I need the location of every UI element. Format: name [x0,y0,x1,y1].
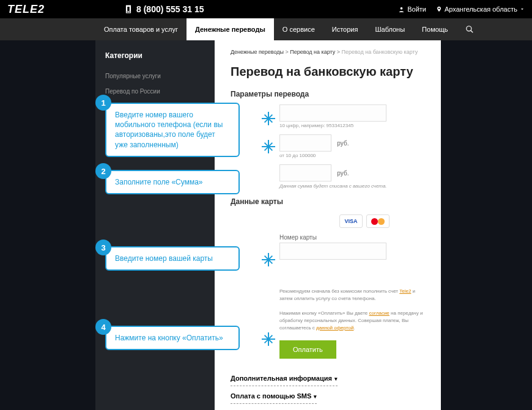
visa-icon: VISA [339,214,363,228]
main-content: Денежные переводы > Перевод на карту > П… [215,40,441,410]
chevron-down-icon: ▾ [314,394,317,400]
nav-tab-help[interactable]: Помощь [413,18,457,40]
step-badge-3: 3 [95,240,111,255]
nav-tab-transfers[interactable]: Денежные переводы [187,18,274,40]
breadcrumb: Денежные переводы > Перевод на карту > П… [231,49,425,55]
step-badge-4: 4 [95,319,111,335]
sidebar: Категории Популярные услуги Перевод по Р… [95,40,215,410]
login-link[interactable]: Войти [398,5,426,13]
section-params: Параметры перевода [231,90,425,98]
search-icon [465,25,474,34]
phone-icon [124,5,133,13]
amount-hint: от 10 до 100000 [279,153,425,158]
sidebar-item-popular[interactable]: Популярные услуги [95,68,215,84]
callout-3: Введите номер вашей карты [105,246,240,271]
breadcrumb-1[interactable]: Денежные переводы [231,49,284,55]
recommendation-text: Рекомендуем сначала без комиссии пополни… [279,288,425,332]
breadcrumb-3: Перевод на банковскую карту [341,49,418,55]
amount-input[interactable] [279,134,331,152]
svg-point-1 [401,7,403,9]
region-selector[interactable]: Архангельская область [436,5,525,13]
logo: TELE2 [7,3,45,16]
sidebar-item-russia[interactable]: Перевод по России [95,84,215,99]
additional-info-toggle[interactable]: Дополнительная информация▾ [231,371,338,386]
fee-unit: руб. [337,170,349,177]
chevron-down-icon [520,7,525,12]
pointer-2 [262,140,275,153]
svg-point-2 [466,26,471,31]
fee-input [279,164,331,181]
pay-button[interactable]: Оплатить [279,340,336,359]
sidebar-title: Категории [95,49,215,68]
mastercard-icon [366,214,390,228]
amount-unit: руб. [337,140,349,147]
user-icon [398,6,405,13]
callout-1: Введите номер вашего мобильного телефона… [105,103,240,157]
nav-tab-templates[interactable]: Шаблоны [366,18,413,40]
chevron-down-icon: ▾ [334,376,338,382]
pointer-4 [262,332,275,346]
page-title: Перевод на банковскую карту [231,65,425,79]
breadcrumb-2[interactable]: Перевод на карту [290,49,335,55]
card-label: Номер карты [279,234,425,241]
step-badge-2: 2 [95,163,111,179]
nav-tab-about[interactable]: О сервисе [274,18,323,40]
phone-input[interactable] [279,104,386,122]
card-number-input[interactable] [279,243,386,260]
pointer-1 [262,112,275,125]
callout-2: Заполните поле «Сумма» [105,170,240,194]
section-card: Данные карты [231,197,425,206]
callout-4: Нажмите на кнопку «Оплатить» [105,326,240,350]
pointer-3 [262,253,275,266]
top-bar: TELE2 8 (800) 555 31 15 Войти Архангельс… [0,0,532,18]
location-icon [436,6,442,12]
consent-link[interactable]: согласие [369,310,390,316]
search-button[interactable] [457,18,482,40]
sms-payment-toggle[interactable]: Оплата с помощью SMS▾ [231,389,317,404]
offer-link[interactable]: данной офертой [316,325,353,331]
svg-point-0 [128,12,128,12]
support-phone: 8 (800) 555 31 15 [124,4,204,14]
fee-note: Данная сумма будет списана с вашего счет… [279,183,425,189]
main-nav: Оплата товаров и услуг Денежные переводы… [0,18,532,40]
nav-tab-history[interactable]: История [323,18,367,40]
step-badge-1: 1 [95,95,111,111]
tele2-link[interactable]: Tele2 [399,288,411,294]
svg-line-3 [470,31,473,33]
nav-tab-payments[interactable]: Оплата товаров и услуг [95,18,187,40]
phone-hint: 10 цифр, например: 9533412345 [279,123,425,128]
